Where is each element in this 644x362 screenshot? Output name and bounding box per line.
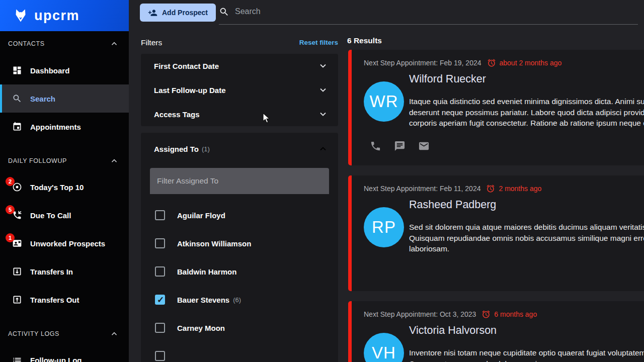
count-badge: 1 (6, 233, 15, 242)
assigned-to-options: Aguilar Floyd Atkinson Williamson Baldwi… (141, 201, 338, 362)
email-icon[interactable] (418, 140, 430, 152)
assigned-option-carney-moon[interactable]: Carney Moon (141, 314, 338, 342)
checkbox[interactable] (155, 351, 165, 361)
section-label: ACTIVITY LOGS (8, 330, 110, 337)
list-icon (12, 355, 22, 362)
sidebar-item-label: Search (30, 95, 55, 103)
assigned-option-baldwin-harmon[interactable]: Baldwin Harmon (141, 257, 338, 286)
prospect-card[interactable]: Next Step Appointment: Oct 3, 2023 6 mon… (348, 301, 644, 362)
checkbox[interactable] (155, 323, 165, 333)
option-name: Bauer Stevens (177, 296, 229, 304)
next-step-appointment: Next Step Appointment: Oct 3, 2023 (364, 310, 476, 318)
overdue-label: 6 months ago (494, 310, 537, 318)
section-header-activity-logs[interactable]: ACTIVITY LOGS (0, 322, 129, 346)
sidebar-item-label: Appointments (30, 123, 81, 131)
assigned-to-label: Assigned To (154, 145, 199, 153)
sidebar-item-label: Transfers Out (30, 296, 79, 304)
alarm-icon (487, 58, 496, 67)
sms-icon[interactable] (394, 140, 406, 152)
avatar: WR (364, 81, 404, 122)
prospect-name[interactable]: Victoria Halvorson (409, 324, 497, 337)
results-list: Next Step Appointment: Feb 19, 2024 abou… (346, 50, 644, 362)
add-prospect-button[interactable]: Add Prospect (140, 4, 216, 22)
sidebar-item-unworked-prospects[interactable]: 1 Unworked Prospects (0, 229, 129, 257)
assigned-to-filter-input[interactable] (150, 168, 329, 194)
filters-panel: Filters Reset filters First Contact Date… (141, 31, 338, 362)
assigned-option-atkinson-williamson[interactable]: Atkinson Williamson (141, 229, 338, 257)
prospect-name[interactable]: Rasheed Padberg (409, 199, 496, 211)
sidebar-item-today-s-top-10[interactable]: 2 Today's Top 10 (0, 173, 129, 201)
prospect-card[interactable]: Next Step Appointment: Feb 11, 2024 2 mo… (348, 175, 644, 291)
add-prospect-label: Add Prospect (162, 9, 208, 17)
filter-accordions-card: First Contact Date Last Follow-up Date A… (141, 54, 338, 126)
option-name: Carney Moon (177, 324, 225, 332)
results-panel: 6 Results Next Step Appointment: Feb 19,… (346, 31, 644, 362)
sidebar-item-label: Transfers In (30, 267, 73, 276)
avatar: VH (364, 333, 404, 362)
overdue-label: 2 months ago (499, 185, 541, 193)
option-name: Aguilar Floyd (177, 211, 225, 220)
call-icon[interactable] (370, 140, 381, 152)
next-step-appointment: Next Step Appointment: Feb 11, 2024 (364, 185, 480, 193)
option-count: (6) (233, 296, 241, 304)
checkbox[interactable] (155, 238, 165, 248)
chevron-down-icon (318, 85, 328, 95)
sidebar-item-dashboard[interactable]: Dashboard (0, 56, 129, 84)
sidebar-item-label: Due To Call (30, 211, 71, 220)
search-icon (219, 7, 229, 17)
filter-accordion-first-contact-date[interactable]: First Contact Date (141, 54, 338, 78)
transfer-out-icon (12, 295, 22, 305)
transfer-out-icon (12, 295, 22, 305)
sidebar-item-due-to-call[interactable]: 5 Due To Call (0, 201, 129, 229)
accordion-label: First Contact Date (154, 62, 318, 70)
filter-accordion-access-tags[interactable]: Access Tags (141, 102, 338, 126)
sidebar-item-transfers-out[interactable]: Transfers Out (0, 286, 129, 314)
filter-accordion-last-follow-up-date[interactable]: Last Follow-up Date (141, 78, 338, 102)
phone-icon (370, 140, 381, 152)
assigned-option[interactable] (141, 342, 338, 362)
count-badge: 2 (6, 177, 15, 186)
prospect-name[interactable]: Wilford Ruecker (409, 73, 486, 85)
sidebar-item-search[interactable]: Search (0, 84, 129, 113)
assigned-to-card: Assigned To (1) Aguilar Floyd Atkinson W… (141, 133, 338, 362)
sidebar-item-appointments[interactable]: Appointments (0, 113, 129, 141)
alarm-icon (487, 58, 496, 67)
assigned-to-header[interactable]: Assigned To (1) (141, 133, 338, 165)
sidebar-item-label: Follow-up Log (30, 356, 82, 362)
next-step-appointment: Next Step Appointment: Feb 19, 2024 (364, 59, 481, 67)
chevron-down-icon (318, 109, 328, 119)
prospect-notes: Inventore nisi totam neque cupiditate op… (409, 347, 644, 362)
section-header-daily-followup[interactable]: DAILY FOLLOWUP (0, 149, 129, 173)
reset-filters-link[interactable]: Reset filters (299, 39, 338, 46)
overdue-label: about 2 months ago (500, 59, 562, 67)
sidebar: upcrm CONTACTS Dashboard Search Appointm… (0, 0, 129, 362)
brand-wordmark: upcrm (34, 8, 79, 24)
results-count: 6 Results (346, 31, 644, 50)
alarm-icon (481, 310, 491, 319)
alarm-icon (481, 310, 491, 319)
sidebar-item-label: Dashboard (30, 66, 69, 75)
alarm-icon (486, 184, 495, 193)
option-name: Baldwin Harmon (177, 267, 236, 276)
prospect-card[interactable]: Next Step Appointment: Feb 19, 2024 abou… (348, 50, 644, 165)
chevron-up-icon (318, 144, 328, 154)
calendar-icon (12, 122, 22, 132)
alarm-icon (486, 184, 495, 193)
accordion-label: Last Follow-up Date (154, 86, 318, 95)
chevron-down-icon (318, 61, 328, 71)
sidebar-item-transfers-in[interactable]: Transfers In (0, 257, 129, 286)
section-header-contacts[interactable]: CONTACTS (0, 31, 129, 56)
checked-checkbox[interactable] (155, 295, 165, 305)
section-label: DAILY FOLLOWUP (8, 157, 110, 164)
search-input[interactable] (219, 5, 638, 25)
assigned-option-bauer-stevens[interactable]: Bauer Stevens (6) (141, 286, 338, 314)
assigned-option-aguilar-floyd[interactable]: Aguilar Floyd (141, 201, 338, 229)
chevron-up-icon (110, 39, 119, 48)
checkbox[interactable] (155, 210, 165, 220)
prospect-notes: Sed sit dolorem quia atque maiores debit… (409, 222, 644, 254)
email-icon (418, 140, 430, 152)
sidebar-nav: CONTACTS Dashboard Search Appointments D… (0, 31, 129, 362)
checkbox[interactable] (155, 266, 165, 277)
global-search (219, 5, 638, 25)
sidebar-item-follow-up-log[interactable]: Follow-up Log (0, 346, 129, 362)
